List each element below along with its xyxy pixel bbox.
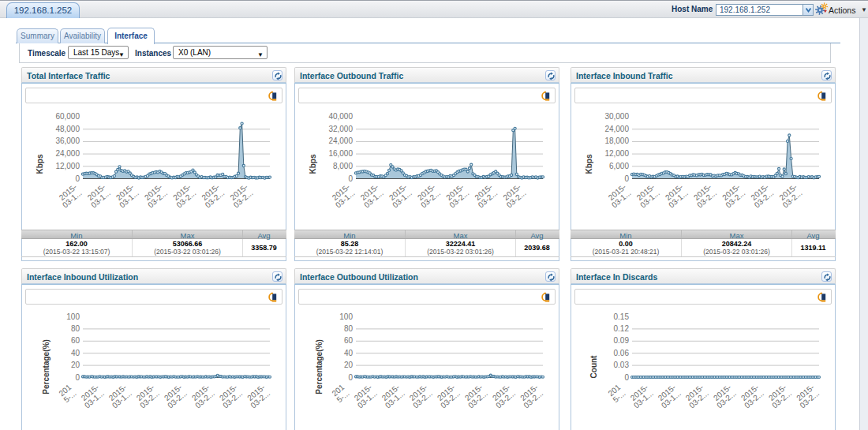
svg-text:2015-03-1...: 2015-03-1... [55,182,83,209]
svg-text:2015-03-1...: 2015-03-1... [379,383,406,409]
svg-text:2015-03-2...: 2015-03-2... [719,182,746,209]
svg-text:60,000: 60,000 [55,112,80,121]
svg-text:0.09: 0.09 [614,336,630,345]
svg-text:2015-03-1...: 2015-03-1... [78,383,106,409]
svg-text:2015-03-2...: 2015-03-2... [406,383,434,409]
svg-text:18,000: 18,000 [604,136,629,145]
svg-text:24,000: 24,000 [604,125,629,133]
svg-text:2015-03-2...: 2015-03-2... [747,182,775,209]
svg-text:40: 40 [344,349,354,357]
svg-text:16,000: 16,000 [328,149,353,158]
svg-text:Kbps: Kbps [585,154,593,174]
svg-text:2015-03-1...: 2015-03-1... [106,383,133,409]
svg-text:2015-03-1...: 2015-03-1... [113,182,140,209]
svg-text:24,000: 24,000 [328,136,353,145]
svg-text:2015-...: 2015-... [57,383,78,404]
svg-text:2015-03-2...: 2015-03-2... [414,182,442,209]
svg-text:2015-03-2...: 2015-03-2... [690,182,718,209]
svg-text:2015-03-2...: 2015-03-2... [489,383,517,409]
svg-text:2015-03-2...: 2015-03-2... [133,383,161,409]
svg-text:36,000: 36,000 [55,136,80,145]
svg-text:2015-03-2...: 2015-03-2... [198,182,226,209]
svg-text:0.06: 0.06 [614,349,630,357]
svg-text:2015-03-2...: 2015-03-2... [499,182,527,209]
svg-text:Kbps: Kbps [36,154,44,174]
svg-text:2015-03-2...: 2015-03-2... [189,383,216,409]
svg-text:60: 60 [71,336,80,345]
svg-text:2015-03-2...: 2015-03-2... [244,383,271,409]
svg-text:30,000: 30,000 [604,112,629,121]
svg-text:100: 100 [339,312,353,321]
svg-text:2015-03-1...: 2015-03-1... [351,383,379,409]
svg-text:2015-03-2...: 2015-03-2... [793,383,821,409]
svg-text:2015-03-2...: 2015-03-2... [226,182,254,209]
svg-text:2015-03-2...: 2015-03-2... [216,383,244,409]
svg-text:2015-03-2...: 2015-03-2... [710,383,738,409]
svg-text:0.12: 0.12 [614,324,630,333]
svg-text:Percentage(%): Percentage(%) [42,339,51,394]
svg-text:2015-03-1...: 2015-03-1... [84,182,112,209]
svg-text:2015-03-2...: 2015-03-2... [170,182,197,209]
svg-text:2015-03-2...: 2015-03-2... [471,182,499,209]
svg-text:0.15: 0.15 [614,312,630,321]
svg-text:2015-03-1...: 2015-03-1... [662,182,690,209]
svg-text:0: 0 [75,174,80,183]
svg-text:Count: Count [589,355,598,379]
svg-text:2015-...: 2015-... [606,383,627,404]
svg-text:2015-03-2...: 2015-03-2... [161,383,189,409]
svg-text:32,000: 32,000 [328,125,353,133]
svg-text:100: 100 [66,312,80,321]
svg-text:2015-03-1...: 2015-03-1... [627,383,655,409]
svg-text:2015-03-2...: 2015-03-2... [738,383,765,409]
svg-text:0: 0 [624,373,629,382]
svg-text:2015-03-2...: 2015-03-2... [443,182,470,209]
svg-text:12,000: 12,000 [55,162,80,170]
svg-text:2015-03-1...: 2015-03-1... [634,182,661,209]
svg-text:40: 40 [71,349,80,357]
svg-text:6,000: 6,000 [609,162,629,170]
svg-text:2015-03-2...: 2015-03-2... [517,383,544,409]
svg-text:0: 0 [348,174,353,183]
svg-text:20: 20 [71,361,80,369]
svg-text:24,000: 24,000 [55,149,80,158]
svg-text:2015-03-2...: 2015-03-2... [683,383,710,409]
svg-text:Percentage(%): Percentage(%) [315,339,324,394]
svg-text:20: 20 [344,361,354,369]
svg-text:2015-03-2...: 2015-03-2... [434,383,462,409]
svg-text:2015-03-1...: 2015-03-1... [357,182,385,209]
svg-text:48,000: 48,000 [55,125,80,133]
svg-text:2015-03-1...: 2015-03-1... [604,182,632,209]
svg-text:2015-03-2...: 2015-03-2... [141,182,169,209]
svg-text:12,000: 12,000 [604,149,629,158]
svg-text:8,000: 8,000 [333,162,353,170]
svg-text:2015-03-2...: 2015-03-2... [765,383,793,409]
svg-text:60: 60 [344,336,354,345]
svg-text:40,000: 40,000 [328,112,353,121]
svg-text:2015-03-1...: 2015-03-1... [328,182,356,209]
svg-text:0: 0 [348,373,353,382]
svg-text:2015-03-2...: 2015-03-2... [776,182,803,209]
svg-text:2015-...: 2015-... [330,383,351,404]
svg-text:2015-03-1...: 2015-03-1... [655,383,683,409]
svg-text:2015-03-2...: 2015-03-2... [462,383,489,409]
svg-text:0.03: 0.03 [614,361,630,369]
svg-text:Kbps: Kbps [309,154,317,174]
svg-text:0: 0 [75,373,80,382]
svg-text:0: 0 [624,174,629,183]
svg-text:80: 80 [71,324,80,333]
svg-text:80: 80 [344,324,354,333]
svg-text:2015-03-1...: 2015-03-1... [386,182,413,209]
